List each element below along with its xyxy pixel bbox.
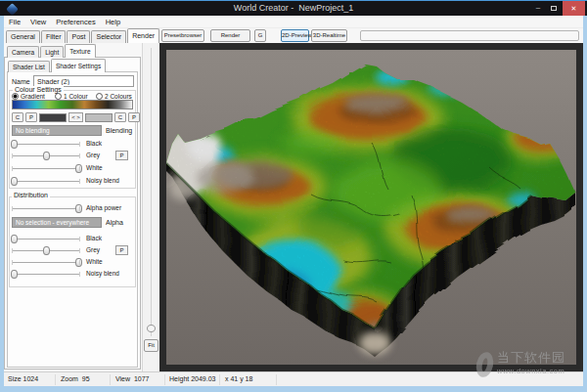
tab-post[interactable]: Post xyxy=(67,30,90,43)
white-slider[interactable] xyxy=(12,168,80,169)
preview-viewport[interactable] xyxy=(159,43,583,371)
right-colour-button[interactable]: C xyxy=(114,112,126,122)
black-slider-thumb[interactable] xyxy=(11,140,18,149)
black-slider-label: Black xyxy=(86,140,102,147)
radio-2-colours-dot[interactable] xyxy=(96,93,103,100)
grey-pick-button[interactable]: P xyxy=(115,151,128,160)
status-size: Size 1024 xyxy=(8,375,38,382)
dist-black-slider-label: Black xyxy=(86,235,102,241)
render-settings-panel: Camera Light Texture Shader List Shader … xyxy=(4,43,142,371)
shader-tab-strip: Shader List Shader Settings xyxy=(8,59,107,72)
watermark-logo-icon xyxy=(474,351,495,379)
right-pick-button[interactable]: P xyxy=(128,112,140,122)
right-colour-swatch[interactable] xyxy=(85,113,113,122)
grey-slider[interactable] xyxy=(12,155,80,156)
tab-filter[interactable]: Filter xyxy=(41,30,67,43)
dist-white-slider[interactable] xyxy=(12,262,80,263)
white-slider-label: White xyxy=(86,164,103,171)
terrain-3d-view[interactable] xyxy=(166,50,576,365)
radio-1-colour[interactable]: 1 Colour xyxy=(55,93,88,100)
colour-settings-label: Colour Settings xyxy=(13,86,64,93)
tab-shader-settings[interactable]: Shader Settings xyxy=(51,59,106,72)
dist-black-slider-thumb[interactable] xyxy=(11,235,18,243)
2d-preview-button[interactable]: 2D-Preview xyxy=(281,29,309,42)
fit-button[interactable]: Fit xyxy=(144,339,158,352)
g-button[interactable]: G xyxy=(254,29,266,42)
status-height: Height 2049.03 xyxy=(169,375,215,382)
preview-zoom-handle[interactable] xyxy=(147,325,156,332)
alpha-power-slider-thumb[interactable] xyxy=(75,204,82,213)
radio-1-colour-dot[interactable] xyxy=(55,93,62,100)
gradient-preview-bar[interactable] xyxy=(12,100,133,109)
window-border-left xyxy=(0,16,4,386)
texture-tab-strip: Camera Light Texture xyxy=(7,44,97,58)
radio-gradient-dot[interactable] xyxy=(12,93,19,100)
alpha-selection-dropdown[interactable]: No selection - everywhere xyxy=(12,217,102,228)
white-slider-thumb[interactable] xyxy=(75,164,82,173)
tab-selector[interactable]: Selector xyxy=(91,30,126,43)
name-label: Name xyxy=(12,78,30,85)
alpha-power-slider-label: Alpha power xyxy=(86,204,121,211)
minimize-button[interactable]: – xyxy=(531,1,545,16)
close-button[interactable]: ✕ xyxy=(563,1,585,16)
radio-gradient-label: Gradient xyxy=(21,93,45,100)
maximize-icon xyxy=(551,6,557,11)
tab-render[interactable]: Render xyxy=(127,28,159,43)
left-colour-swatch[interactable] xyxy=(39,113,67,122)
noisy-blend-slider[interactable] xyxy=(12,181,80,182)
window-border-right xyxy=(583,16,587,386)
noisy-blend-slider-row: Noisy blend xyxy=(4,177,141,186)
3d-realtime-button[interactable]: 3D-Realtime xyxy=(311,29,347,42)
titlebar[interactable]: World Creator - NewProject_1 – ✕ xyxy=(0,0,587,16)
grey-slider-thumb[interactable] xyxy=(43,152,50,160)
tab-shader-list[interactable]: Shader List xyxy=(8,61,50,72)
menu-view[interactable]: View xyxy=(25,18,51,26)
menu-preferences[interactable]: Preferences xyxy=(51,18,100,26)
tab-general[interactable]: General xyxy=(6,30,40,43)
dist-grey-slider[interactable] xyxy=(12,250,80,251)
distribution-label: Distribution xyxy=(12,192,50,198)
left-colour-button[interactable]: C xyxy=(12,112,23,122)
watermark-site-name: 当下软件园 xyxy=(497,349,565,367)
status-separator xyxy=(110,374,111,385)
dist-grey-slider-thumb[interactable] xyxy=(43,246,50,255)
dist-white-slider-label: White xyxy=(86,258,103,265)
dist-noisy-blend-slider-thumb[interactable] xyxy=(11,270,18,279)
blending-dropdown[interactable]: No blending xyxy=(12,125,102,136)
radio-1-colour-label: 1 Colour xyxy=(64,93,88,100)
render-button[interactable]: Render xyxy=(210,29,250,42)
tab-camera[interactable]: Camera xyxy=(7,46,39,58)
menu-help[interactable]: Help xyxy=(101,18,125,26)
dist-black-slider[interactable] xyxy=(12,239,80,240)
swap-colours-button[interactable]: < > xyxy=(68,112,83,122)
maximize-button[interactable] xyxy=(547,1,561,16)
preview-zoom-strip: Fit xyxy=(142,43,159,371)
noisy-blend-slider-thumb[interactable] xyxy=(11,177,18,186)
alpha-power-slider-row: Alpha power xyxy=(4,204,141,213)
menubar: File View Preferences Help xyxy=(4,17,583,28)
status-separator xyxy=(164,374,165,385)
white-slider-row: White xyxy=(4,164,141,173)
dist-noisy-blend-slider[interactable] xyxy=(12,274,80,275)
presetbrowser-button[interactable]: Presetbrowser xyxy=(161,29,204,42)
alpha-power-slider[interactable] xyxy=(12,208,80,209)
radio-2-colours[interactable]: 2 Colours xyxy=(96,93,132,100)
dist-white-slider-thumb[interactable] xyxy=(75,258,82,267)
radio-gradient[interactable]: Gradient xyxy=(12,93,45,100)
render-progress-bar xyxy=(360,30,579,41)
gradient-endpoint-controls: C P < > C P xyxy=(12,112,140,122)
menu-file[interactable]: File xyxy=(4,18,25,26)
status-cursor-pos: x 41 y 18 xyxy=(225,375,252,382)
tab-light[interactable]: Light xyxy=(40,46,64,58)
preview-zoom-track[interactable] xyxy=(151,48,152,336)
tab-texture[interactable]: Texture xyxy=(65,44,95,58)
dist-grey-pick-button[interactable]: P xyxy=(115,245,128,255)
status-separator xyxy=(55,374,56,385)
app-window: World Creator - NewProject_1 – ✕ File Vi… xyxy=(0,0,587,392)
grey-slider-row: Grey P xyxy=(4,152,141,160)
main-tab-strip: General Filter Post Selector Render xyxy=(6,28,160,43)
dist-black-slider-row: Black xyxy=(4,235,141,243)
dist-white-slider-row: White xyxy=(4,258,141,267)
left-pick-button[interactable]: P xyxy=(25,112,37,122)
black-slider[interactable] xyxy=(12,144,80,145)
